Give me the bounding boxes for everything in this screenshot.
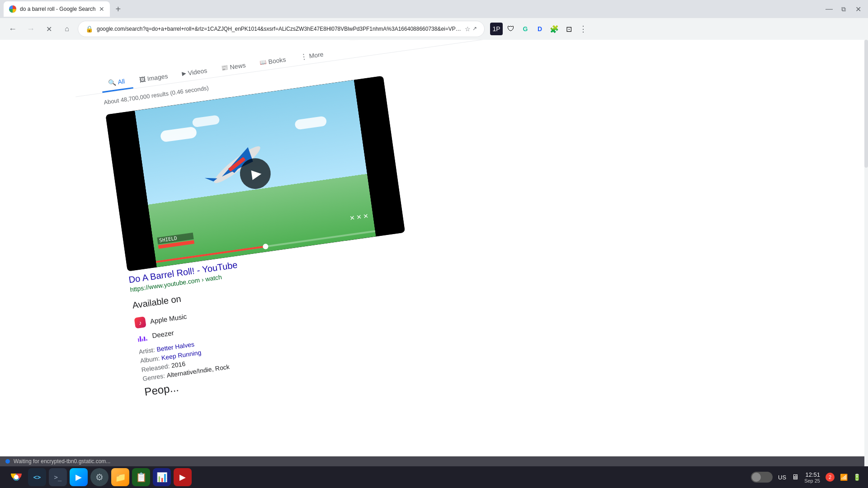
- date-display: Sep 25: [804, 478, 820, 483]
- svg-point-8: [14, 475, 19, 479]
- extensions-area: 1P 🛡 G D 🧩 ⊡ ⋮: [490, 23, 590, 35]
- books-tab-icon: 📖: [259, 59, 267, 66]
- browser-chrome: do a barrel roll - Google Search ✕ + — ⧉…: [0, 0, 868, 40]
- wifi-icon: 📶: [840, 474, 848, 481]
- all-tab-label: All: [117, 77, 125, 85]
- ext-dashlane[interactable]: D: [533, 23, 546, 35]
- restore-button[interactable]: ⧉: [837, 3, 850, 15]
- news-tab-icon: 📰: [221, 64, 229, 71]
- toggle-switch[interactable]: [751, 472, 773, 483]
- page-content: do a barrel roll ✕ | 🎤 🔍 🔍 All 🖼 Images …: [0, 40, 868, 466]
- deezer-icon: [136, 331, 148, 343]
- tasks-app[interactable]: 📊: [153, 468, 171, 486]
- battery-icon: 🔋: [853, 474, 861, 481]
- taskbar: Waiting for encrypted-tbn0.gstatic.com..…: [0, 466, 868, 488]
- language-indicator: US: [778, 474, 786, 481]
- home-button[interactable]: ⌂: [60, 22, 74, 36]
- taskbar-right: US 🖥 12:51 Sep 25 2 📶 🔋: [751, 471, 861, 483]
- notes-app[interactable]: 📋: [132, 468, 150, 486]
- youtube-app[interactable]: ▶: [174, 468, 192, 486]
- forward-button[interactable]: →: [24, 22, 38, 36]
- files-app[interactable]: 📁: [111, 468, 129, 486]
- chrome-menu[interactable]: ⋮: [577, 23, 590, 35]
- play-icon: ▶: [250, 165, 262, 182]
- display-icon: 🖥: [792, 473, 799, 481]
- tab-bar: do a barrel roll - Google Search ✕ + — ⧉…: [0, 0, 868, 18]
- reload-button[interactable]: ✕: [42, 22, 56, 36]
- ext-grammarly[interactable]: G: [519, 23, 532, 35]
- nav-bar: ← → ✕ ⌂ 🔒 google.com/search?q=do+a+barre…: [0, 18, 868, 40]
- chrome-app[interactable]: [7, 468, 25, 486]
- address-bar[interactable]: 🔒 google.com/search?q=do+a+barrel+roll+&…: [78, 21, 485, 37]
- new-tab-button[interactable]: +: [112, 3, 124, 15]
- lock-icon: 🔒: [85, 25, 93, 33]
- books-tab-label: Books: [268, 56, 286, 65]
- people-heading: Peop...: [144, 381, 179, 398]
- sidebar-toggle[interactable]: ⊡: [562, 23, 575, 35]
- album-label: Album:: [140, 355, 160, 365]
- notification-badge[interactable]: 2: [826, 473, 835, 482]
- close-button[interactable]: ✕: [852, 3, 864, 15]
- loading-dot: [5, 459, 10, 464]
- back-button[interactable]: ←: [5, 22, 20, 36]
- bookmark-icon[interactable]: ☆: [465, 25, 471, 33]
- settings-app[interactable]: ⚙: [90, 468, 108, 486]
- ext-norton[interactable]: 🛡: [505, 23, 517, 35]
- active-tab[interactable]: do a barrel roll - Google Search ✕: [4, 1, 110, 17]
- play-store-app[interactable]: ▶: [70, 468, 88, 486]
- ext-1password[interactable]: 1P: [490, 23, 503, 35]
- videos-tab-label: Videos: [188, 66, 208, 76]
- news-tab-label: News: [229, 61, 246, 70]
- time-display: 12:51: [805, 471, 820, 478]
- genres-label: Genres:: [142, 372, 165, 382]
- deezer-label: Deezer: [151, 328, 174, 339]
- terminal-2-app[interactable]: >_: [49, 468, 67, 486]
- search-results-container: do a barrel roll ✕ | 🎤 🔍 🔍 All 🖼 Images …: [69, 40, 656, 402]
- tab-close-icon[interactable]: ✕: [99, 5, 104, 13]
- ext-puzzle[interactable]: 🧩: [548, 23, 561, 35]
- clock-area: 12:51 Sep 25: [804, 471, 820, 483]
- all-tab-icon: 🔍: [108, 79, 117, 87]
- loading-status-text: Waiting for encrypted-tbn0.gstatic.com..…: [14, 458, 110, 465]
- videos-tab-icon: ▶: [182, 70, 187, 77]
- tab-favicon: [9, 5, 16, 13]
- url-text[interactable]: google.com/search?q=do+a+barrel+roll+&rl…: [97, 26, 461, 32]
- released-value: 2016: [171, 360, 186, 369]
- images-tab-icon: 🖼: [139, 75, 146, 83]
- artist-label: Artist:: [138, 346, 156, 356]
- status-bar-text: Waiting for encrypted-tbn0.gstatic.com..…: [0, 456, 868, 466]
- more-tab-icon: ⋮: [299, 52, 307, 61]
- share-icon[interactable]: ↗: [472, 25, 477, 33]
- more-tab-label: More: [308, 50, 324, 59]
- minimize-button[interactable]: —: [823, 3, 835, 15]
- scrollbar[interactable]: [864, 40, 868, 466]
- images-tab-label: Images: [147, 72, 169, 82]
- terminal-1-app[interactable]: <>: [28, 468, 46, 486]
- tab-title: do a barrel roll - Google Search: [20, 6, 95, 12]
- apple-music-icon: ♪: [134, 316, 146, 328]
- apple-music-label: Apple Music: [150, 312, 187, 325]
